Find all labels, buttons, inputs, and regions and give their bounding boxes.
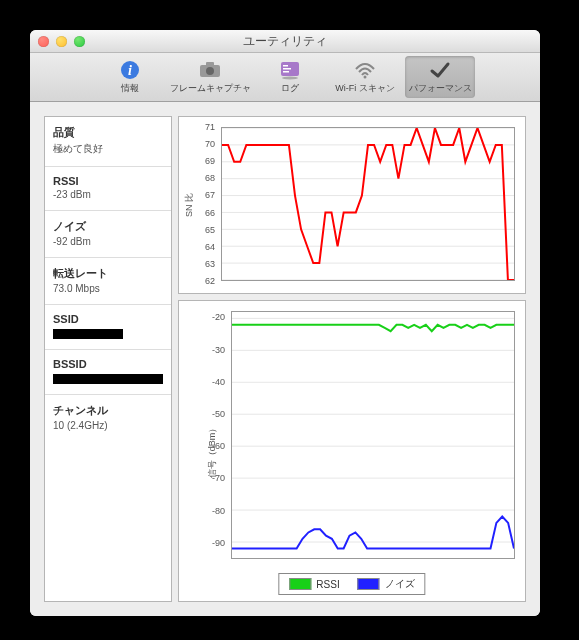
row-bssid: BSSID <box>45 350 171 395</box>
svg-point-10 <box>364 75 367 78</box>
chart-signal: 信号（dBm） -90-80-70-60-50-40-30-20 RSSI ノイ… <box>178 300 526 602</box>
row-rate: 転送レート 73.0 Mbps <box>45 258 171 305</box>
swatch-green <box>289 578 311 590</box>
sidebar: 品質 極めて良好 RSSI -23 dBm ノイズ -92 dBm 転送レート … <box>44 116 172 602</box>
tab-label: Wi-Fi スキャン <box>335 82 395 95</box>
plot-area <box>231 311 515 559</box>
charts: SN 比 62636465666768697071 信号（dBm） -90-80… <box>178 116 526 602</box>
row-quality: 品質 極めて良好 <box>45 117 171 167</box>
tab-frame-capture[interactable]: フレームキャプチャ <box>167 56 253 98</box>
svg-point-4 <box>206 67 214 75</box>
redacted-bar <box>53 329 123 339</box>
log-icon <box>279 60 301 80</box>
plot-area <box>221 127 515 281</box>
label: RSSI <box>53 175 163 187</box>
value: -23 dBm <box>53 189 163 200</box>
info-icon: i <box>119 60 141 80</box>
legend: RSSI ノイズ <box>278 573 425 595</box>
tab-performance[interactable]: パフォーマンス <box>405 56 475 98</box>
legend-label: ノイズ <box>385 577 415 591</box>
tab-info[interactable]: i 情報 <box>95 56 165 98</box>
label: SSID <box>53 313 163 325</box>
redacted-bar <box>53 374 163 384</box>
wifi-icon <box>354 60 376 80</box>
row-noise: ノイズ -92 dBm <box>45 211 171 258</box>
value: 10 (2.4GHz) <box>53 420 163 431</box>
y-ticks: 62636465666768697071 <box>179 117 219 293</box>
y-ticks: -90-80-70-60-50-40-30-20 <box>179 301 229 601</box>
label: 品質 <box>53 125 163 140</box>
tab-label: ログ <box>281 82 299 95</box>
window-title: ユーティリティ <box>30 33 540 50</box>
row-rssi: RSSI -23 dBm <box>45 167 171 211</box>
label: 転送レート <box>53 266 163 281</box>
swatch-blue <box>358 578 380 590</box>
svg-text:i: i <box>128 63 132 78</box>
tab-log[interactable]: ログ <box>255 56 325 98</box>
svg-rect-8 <box>283 71 289 73</box>
value: 極めて良好 <box>53 142 163 156</box>
chart-sn-ratio: SN 比 62636465666768697071 <box>178 116 526 294</box>
toolbar: i 情報 フレームキャプチャ ログ Wi-Fi スキャン パフ <box>30 53 540 102</box>
tab-label: パフォーマンス <box>409 82 472 95</box>
content: 品質 極めて良好 RSSI -23 dBm ノイズ -92 dBm 転送レート … <box>30 102 540 616</box>
legend-item-rssi: RSSI <box>289 578 339 590</box>
label: BSSID <box>53 358 163 370</box>
row-ssid: SSID <box>45 305 171 350</box>
label: ノイズ <box>53 219 163 234</box>
window: ユーティリティ i 情報 フレームキャプチャ ログ Wi-Fi スキャン <box>30 30 540 616</box>
row-channel: チャンネル 10 (2.4GHz) <box>45 395 171 601</box>
titlebar[interactable]: ユーティリティ <box>30 30 540 53</box>
tab-label: 情報 <box>121 82 139 95</box>
tab-wifi-scan[interactable]: Wi-Fi スキャン <box>327 56 403 98</box>
legend-item-noise: ノイズ <box>358 577 415 591</box>
svg-point-9 <box>282 76 298 79</box>
camera-icon <box>199 60 221 80</box>
label: チャンネル <box>53 403 163 418</box>
value: 73.0 Mbps <box>53 283 163 294</box>
legend-label: RSSI <box>316 579 339 590</box>
checkmark-icon <box>429 60 451 80</box>
svg-rect-6 <box>283 65 288 67</box>
svg-rect-7 <box>283 68 291 70</box>
tab-label: フレームキャプチャ <box>170 82 251 95</box>
svg-rect-3 <box>206 62 214 66</box>
value: -92 dBm <box>53 236 163 247</box>
